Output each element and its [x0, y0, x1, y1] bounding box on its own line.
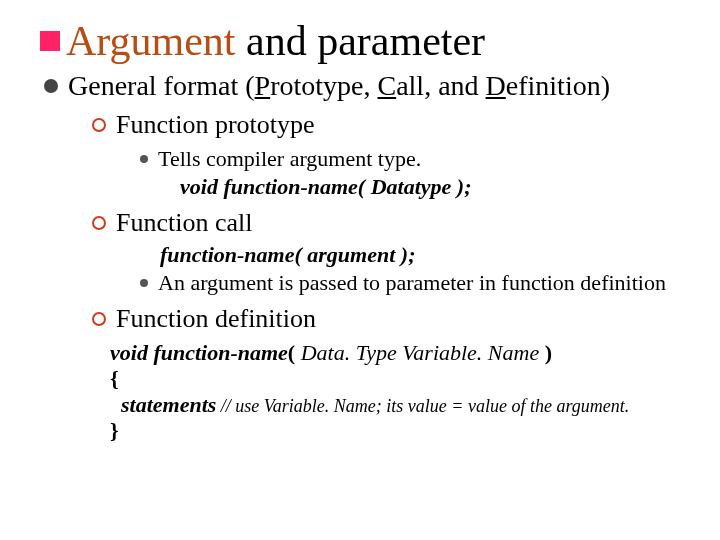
prototype-code: void function-name( Datatype );	[180, 174, 690, 200]
definition-body: statements // use Variable. Name; its va…	[110, 392, 690, 418]
section-heading: Function definition	[116, 304, 316, 334]
call-code: function-name( argument );	[160, 242, 690, 268]
title-bullet-icon	[40, 31, 60, 51]
section-heading-row: Function definition	[92, 304, 690, 334]
def-fnname: function-name	[153, 340, 287, 365]
definition-signature: void function-name( Data. Type Variable.…	[110, 340, 690, 366]
prototype-bullet-text: Tells compiler argument type.	[158, 146, 421, 172]
section-heading: Function prototype	[116, 110, 315, 140]
dot-bullet-icon	[140, 279, 148, 287]
def-void: void	[110, 340, 153, 365]
lvl1-prefix: General format (	[68, 70, 255, 101]
level1-text: General format (Prototype, Call, and Def…	[68, 70, 610, 102]
section-definition: Function definition	[92, 304, 690, 334]
level1-row: General format (Prototype, Call, and Def…	[44, 70, 690, 102]
def-statements: statements	[121, 392, 216, 417]
prototype-bullet-row: Tells compiler argument type.	[140, 146, 690, 172]
def-paren-open: (	[288, 340, 301, 365]
lvl1-d: D	[486, 70, 506, 101]
ring-bullet-icon	[92, 312, 106, 326]
call-bullet-text: An argument is passed to parameter in fu…	[158, 270, 666, 296]
ring-bullet-icon	[92, 118, 106, 132]
def-comment: // use Variable. Name; its value = value…	[216, 396, 629, 416]
title-rest: and parameter	[236, 18, 486, 64]
lvl1-p-rest: rototype,	[270, 70, 377, 101]
prototype-detail: Tells compiler argument type.	[140, 146, 690, 172]
def-params: Data. Type Variable. Name	[301, 340, 540, 365]
section-prototype: Function prototype	[92, 110, 690, 140]
slide-title: Argument and parameter	[66, 20, 485, 62]
call-bullet-row: An argument is passed to parameter in fu…	[140, 270, 690, 296]
brace-close: }	[110, 418, 690, 444]
lvl1-c: C	[377, 70, 396, 101]
section-heading-row: Function prototype	[92, 110, 690, 140]
lvl1-p: P	[255, 70, 271, 101]
brace-open: {	[110, 366, 690, 392]
level1-item: General format (Prototype, Call, and Def…	[44, 70, 690, 102]
title-accent: Argument	[66, 18, 236, 64]
slide-title-row: Argument and parameter	[40, 20, 690, 62]
ring-bullet-icon	[92, 216, 106, 230]
section-call: Function call	[92, 208, 690, 238]
lvl1-d-rest: efinition)	[506, 70, 610, 101]
definition-code-block: void function-name( Data. Type Variable.…	[110, 340, 690, 444]
lvl1-c-rest: all, and	[396, 70, 485, 101]
call-detail: An argument is passed to parameter in fu…	[140, 270, 690, 296]
dot-bullet-icon	[140, 155, 148, 163]
disc-bullet-icon	[44, 79, 58, 93]
section-heading-row: Function call	[92, 208, 690, 238]
def-paren-close: )	[539, 340, 552, 365]
section-heading: Function call	[116, 208, 252, 238]
